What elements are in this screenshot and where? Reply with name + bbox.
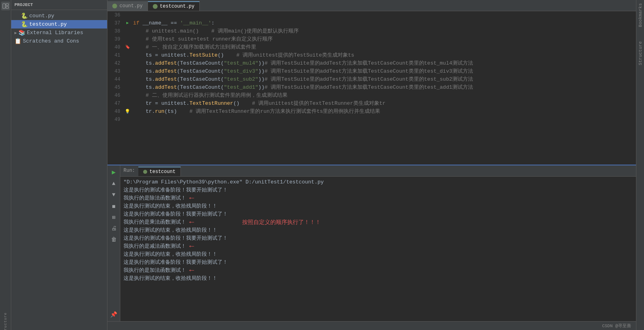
code-line-40: 40 🔖 # 一、按自定义顺序加载测试方法到测试套件里 xyxy=(107,43,636,51)
arrow-right-2: ← xyxy=(189,218,194,226)
tree-item-count-label: count.py xyxy=(29,13,54,19)
annotation-text: 按照自定义的顺序执行了！！！ xyxy=(242,218,321,226)
output-line-9: 这是执行测试的结束，收拾残局阶段！！ xyxy=(124,251,633,259)
svg-rect-1 xyxy=(6,4,8,6)
bulb-icon: 💡 xyxy=(125,108,130,116)
run-tab-bar: Run: testcount xyxy=(120,165,636,177)
app-window: Structure Project 🐍 count.py 🐍 testcount… xyxy=(0,0,644,330)
tree-item-scratches[interactable]: 📋 Scratches and Cons xyxy=(11,37,107,45)
tree-item-testcount[interactable]: 🐍 testcount.py xyxy=(11,20,107,29)
output-line-12: 这是执行测试的结束，收拾残局阶段！！ xyxy=(124,275,633,283)
output-line-6: 这是执行测试的结束，收拾残局阶段！！ xyxy=(124,226,633,234)
output-line-arrow-2: 我执行的是乘法函数测试！ ← 按照自定义的顺序执行了！！！ xyxy=(124,218,633,226)
svg-rect-2 xyxy=(6,6,8,8)
run-left-toolbar: ▶ ▲ ▼ ◼ ⊞ 🖨 🗑 📌 xyxy=(107,165,120,321)
library-icon: 📚 xyxy=(18,29,25,36)
tree-item-external-libs[interactable]: ▶ 📚 External Libraries xyxy=(11,29,107,37)
output-path: "D:\Program Files\Python39\python.exe" D… xyxy=(124,178,633,186)
output-line-3: 这是执行测试的结束，收拾残局阶段！！ xyxy=(124,202,633,210)
arrow-right-4: ← xyxy=(189,267,194,275)
bookmark-icon: 🔖 xyxy=(125,43,130,51)
tree-item-count[interactable]: 🐍 count.py xyxy=(11,12,107,20)
scratches-icon: 📋 xyxy=(14,38,21,45)
code-line-36: 36 xyxy=(107,11,636,19)
code-line-46: 46 # 二、使用测试运行器执行测试套件里的用例，生成测试结果 xyxy=(107,92,636,100)
arrow-right-3: ← xyxy=(189,242,194,251)
code-line-44: 44 ts.addTest(TestCaseCount("test_sub2")… xyxy=(107,75,636,84)
python-file-icon-2: 🐍 xyxy=(21,21,28,28)
run-panel: ▶ ▲ ▼ ◼ ⊞ 🖨 🗑 📌 Run: xyxy=(107,165,636,321)
editor-area: count.py testcount.py 36 xyxy=(107,0,636,330)
tree-item-external-label: External Libraries xyxy=(27,30,83,36)
code-line-39: 39 # 使用test suite+test runner来自定义执行顺序 xyxy=(107,35,636,43)
run-print-button[interactable]: 🖨 xyxy=(109,224,118,233)
code-line-43: 43 ts.addTest(TestCaseCount("test_div3")… xyxy=(107,67,636,75)
right-sidebar: Bookmarks Structure xyxy=(636,0,644,330)
tab-testcount-label: testcount.py xyxy=(160,4,194,9)
tab-count-icon xyxy=(112,4,117,8)
code-line-38: 38 # unittest.main() # 调用main()使用的是默认执行顺… xyxy=(107,27,636,35)
code-editor: 36 37 ▶ if __name__ == '__main__': xyxy=(107,11,636,165)
run-play-button[interactable]: ▶ xyxy=(109,168,118,177)
run-output: "D:\Program Files\Python39\python.exe" D… xyxy=(120,177,636,321)
output-line-10: 这是执行的测试准备阶段！我要开始测试了！ xyxy=(124,259,633,267)
code-line-45: 45 ts.addTest(TestCaseCount("test_add1")… xyxy=(107,84,636,92)
structure-toolbar-icon[interactable]: Structure xyxy=(1,320,10,328)
run-tab-icon xyxy=(143,170,147,174)
expand-arrow-icon: ▶ xyxy=(14,31,17,35)
output-line-1: 这是执行的测试准备阶段！我要开始测试了！ xyxy=(124,186,633,194)
run-rerun-button[interactable]: ⊞ xyxy=(109,213,118,222)
project-panel-header: Project xyxy=(11,0,107,10)
status-bar: CSDN @寻至善 xyxy=(107,321,636,330)
code-line-37: 37 ▶ if __name__ == '__main__': xyxy=(107,19,636,27)
bookmarks-sidebar-label[interactable]: Bookmarks xyxy=(637,0,644,30)
output-line-arrow-4: 我执行的是加法函数测试！ ← xyxy=(124,267,633,275)
output-line-7: 这是执行的测试准备阶段！我要开始测试了！ xyxy=(124,234,633,242)
code-line-48: 48 💡 tr.run(ts) # 调用TextTestRunner里的run方… xyxy=(107,108,636,116)
content-area: Structure Project 🐍 count.py 🐍 testcount… xyxy=(0,0,644,330)
code-line-47: 47 tr = unittest.TextTestRunner() # 调用un… xyxy=(107,100,636,108)
tab-count[interactable]: count.py xyxy=(107,1,148,11)
run-delete-button[interactable]: 🗑 xyxy=(109,235,118,244)
left-toolbar: Structure xyxy=(0,0,11,330)
project-tree: 🐍 count.py 🐍 testcount.py ▶ 📚 External L… xyxy=(11,10,107,330)
run-gutter-icon[interactable]: ▶ xyxy=(126,19,129,27)
output-line-arrow-3: 我执行的是减法函数测试！ ← xyxy=(124,242,633,251)
code-line-49: 49 xyxy=(107,116,636,124)
arrow-right-1: ← xyxy=(189,194,194,202)
run-stop-button[interactable]: ◼ xyxy=(109,202,118,210)
project-toolbar-icon[interactable] xyxy=(1,2,10,10)
run-up-button[interactable]: ▲ xyxy=(109,179,118,188)
code-lines: 36 37 ▶ if __name__ == '__main__': xyxy=(107,11,636,124)
output-line-arrow-1: 我执行的是除法函数测试！ ← xyxy=(124,194,633,202)
tab-bar: count.py testcount.py xyxy=(107,0,636,11)
tab-count-label: count.py xyxy=(119,3,143,9)
run-pin-button[interactable]: 📌 xyxy=(109,310,118,319)
tab-testcount-icon xyxy=(153,4,158,9)
run-main: Run: testcount "D:\Program Files\Python3… xyxy=(120,165,636,321)
output-line-4: 这是执行的测试准备阶段！我要开始测试了！ xyxy=(124,210,633,218)
run-tab-testcount[interactable]: testcount xyxy=(138,167,181,176)
svg-rect-0 xyxy=(3,4,5,8)
main-area: Project 🐍 count.py 🐍 testcount.py ▶ 📚 Ex… xyxy=(11,0,644,330)
run-tab-label: testcount xyxy=(150,169,176,175)
python-file-icon: 🐍 xyxy=(21,12,28,19)
code-line-42: 42 ts.addTest(TestCaseCount("test_mul4")… xyxy=(107,59,636,67)
status-right-text: CSDN @寻至善 xyxy=(602,323,631,329)
tree-item-testcount-label: testcount.py xyxy=(29,21,67,27)
tab-testcount[interactable]: testcount.py xyxy=(148,1,200,11)
code-line-41: 41 ts = unittest.TestSuite() # 调用unittes… xyxy=(107,51,636,59)
structure-sidebar-label[interactable]: Structure xyxy=(637,38,644,68)
tree-item-scratches-label: Scratches and Cons xyxy=(23,38,79,44)
run-down-button[interactable]: ▼ xyxy=(109,190,118,199)
run-label: Run: xyxy=(120,165,138,176)
project-panel: Project 🐍 count.py 🐍 testcount.py ▶ 📚 Ex… xyxy=(11,0,107,330)
